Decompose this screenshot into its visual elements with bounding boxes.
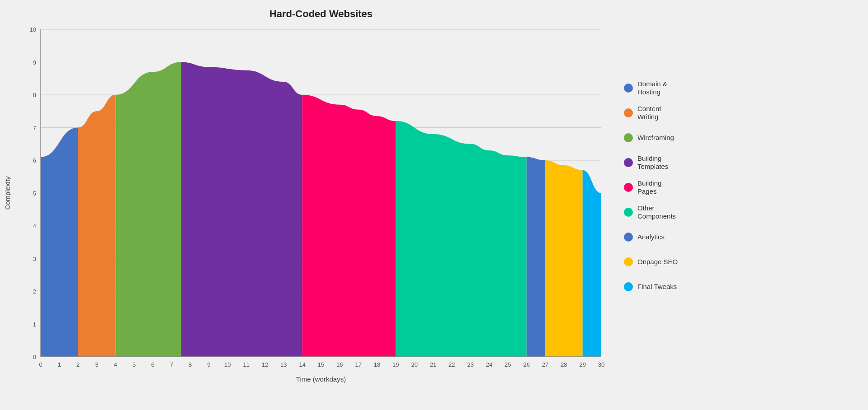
x-tick-label: 13 — [280, 361, 287, 368]
x-tick-label: 24 — [486, 361, 492, 368]
x-tick-label: 17 — [355, 361, 361, 368]
y-tick-label: 7 — [33, 125, 36, 131]
legend-label: Analytics — [637, 233, 665, 241]
segment-building-templates — [181, 62, 302, 357]
chart-container: Hard-Coded Websites012345678910012345678… — [0, 0, 868, 410]
segment-onpage-seo — [545, 160, 583, 357]
legend-dot-content-writing — [624, 108, 633, 117]
y-tick-label: 4 — [33, 223, 36, 229]
x-axis-label: Time (workdays) — [296, 375, 346, 383]
x-tick-label: 1 — [58, 361, 61, 368]
x-tick-label: 23 — [467, 361, 473, 368]
legend-dot-other-components — [624, 208, 633, 217]
legend-dot-final-tweaks — [624, 282, 633, 291]
x-tick-label: 11 — [243, 361, 249, 368]
legend-label: Pages — [637, 187, 657, 195]
y-tick-label: 10 — [30, 26, 36, 33]
legend-label: Building — [637, 154, 661, 162]
segment-building-pages — [302, 95, 396, 357]
chart-title: Hard-Coded Websites — [269, 8, 373, 19]
legend-label: Writing — [637, 113, 658, 121]
x-tick-label: 25 — [505, 361, 511, 368]
segment-domain-&-hosting — [41, 128, 78, 357]
x-tick-label: 20 — [411, 361, 417, 368]
x-tick-label: 9 — [207, 361, 210, 368]
segment-wireframing — [115, 62, 181, 357]
segment-other-components — [396, 121, 526, 357]
x-tick-label: 5 — [132, 361, 136, 368]
legend-label: Wireframing — [637, 134, 674, 141]
y-tick-label: 1 — [33, 321, 36, 328]
x-tick-label: 15 — [318, 361, 324, 368]
legend-label: Domain & — [637, 80, 667, 88]
x-tick-label: 7 — [170, 361, 173, 368]
x-tick-label: 30 — [598, 361, 604, 368]
legend-label: Templates — [637, 163, 668, 170]
y-tick-label: 5 — [33, 190, 36, 197]
y-tick-label: 6 — [33, 157, 36, 164]
x-tick-label: 22 — [448, 361, 455, 368]
legend-label: Hosting — [637, 88, 660, 96]
y-tick-label: 8 — [33, 92, 36, 98]
chart-svg: Hard-Coded Websites012345678910012345678… — [0, 0, 868, 410]
legend-dot-building-templates — [624, 158, 633, 167]
legend-dot-building-pages — [624, 183, 633, 192]
x-tick-label: 26 — [523, 361, 529, 368]
x-tick-label: 28 — [561, 361, 567, 368]
legend-label: Content — [637, 105, 661, 112]
x-tick-label: 27 — [542, 361, 548, 368]
x-tick-label: 29 — [579, 361, 585, 368]
x-tick-label: 21 — [430, 361, 436, 368]
legend-label: Building — [637, 179, 661, 187]
legend-label: Other — [637, 204, 655, 212]
x-tick-label: 14 — [299, 361, 305, 368]
legend-label: Onpage SEO — [637, 258, 678, 266]
x-tick-label: 18 — [374, 361, 380, 368]
segment-analytics — [527, 157, 545, 357]
y-tick-label: 2 — [33, 288, 36, 295]
legend-dot-onpage-seo — [624, 257, 633, 266]
x-tick-label: 8 — [189, 361, 192, 368]
y-tick-label: 3 — [33, 256, 36, 262]
legend-dot-domain-&-hosting — [624, 84, 633, 93]
segment-final-tweaks — [583, 170, 601, 357]
x-tick-label: 0 — [39, 361, 42, 368]
x-tick-label: 19 — [392, 361, 399, 368]
x-tick-label: 16 — [336, 361, 343, 368]
x-tick-label: 4 — [114, 361, 117, 368]
x-tick-label: 2 — [76, 361, 80, 368]
x-tick-label: 3 — [95, 361, 98, 368]
y-tick-label: 0 — [33, 354, 36, 360]
legend-label: Final Tweaks — [637, 283, 677, 290]
x-tick-label: 12 — [262, 361, 268, 368]
legend-dot-wireframing — [624, 133, 633, 142]
legend-dot-analytics — [624, 233, 633, 242]
legend-label: Components — [637, 212, 676, 220]
x-tick-label: 10 — [224, 361, 231, 368]
x-tick-label: 6 — [151, 361, 154, 368]
y-axis-label: Complexity — [4, 176, 11, 210]
segment-content-writing — [78, 95, 116, 357]
y-tick-label: 9 — [33, 59, 36, 66]
